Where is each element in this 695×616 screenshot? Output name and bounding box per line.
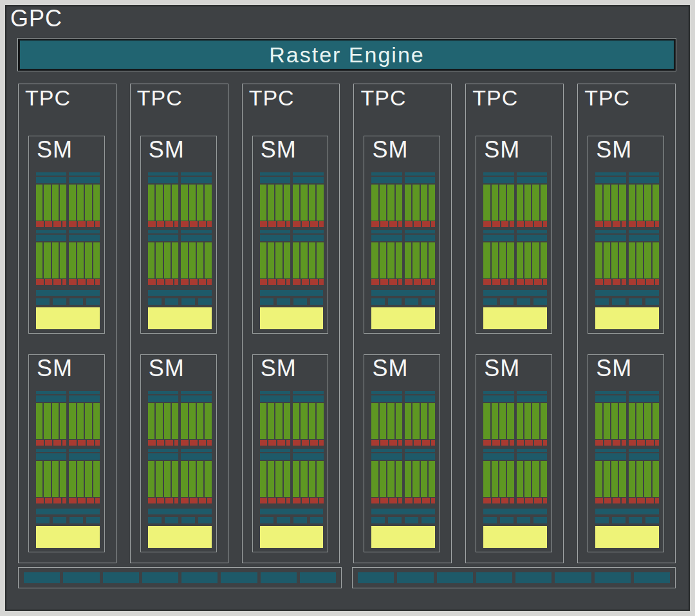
cuda-core-column [148, 185, 154, 221]
cuda-core-column [293, 242, 299, 278]
cuda-core-column [636, 461, 643, 497]
ldst-sfu-segment [36, 279, 44, 285]
dispatch-bar [69, 449, 99, 452]
core-array [148, 242, 178, 278]
warp-scheduler-bar [69, 453, 99, 460]
ldst-sfu-segment [95, 498, 99, 503]
raster-engine-bar: Raster Engine [18, 39, 676, 71]
memory-interface-segment [634, 572, 670, 583]
cuda-core-column [507, 185, 514, 221]
cuda-core-column [611, 461, 618, 497]
sm-block: SM [140, 354, 217, 552]
texture-unit-bar [629, 298, 642, 305]
ldst-sfu-segment [310, 440, 318, 446]
ldst-sfu-segment [190, 440, 198, 446]
cuda-core-column [52, 185, 59, 221]
cuda-core-column [483, 242, 490, 278]
memory-interface-box [352, 567, 676, 588]
ldst-sfu-segment [604, 440, 612, 446]
dispatch-bar [629, 391, 659, 394]
core-array [260, 242, 290, 278]
core-array [371, 403, 402, 439]
cuda-core-column [619, 185, 626, 221]
dispatch-bar [483, 172, 514, 176]
cuda-core-column [317, 403, 323, 439]
ldst-sfu-segment [260, 498, 268, 503]
ldst-sfu-row [595, 498, 626, 503]
cuda-core-column [275, 461, 282, 497]
ldst-sfu-segment [268, 440, 276, 446]
cuda-core-column [380, 461, 386, 497]
ldst-sfu-row [517, 498, 547, 503]
sm-block: SM [252, 136, 329, 334]
core-array [181, 403, 211, 439]
cuda-core-column [189, 242, 196, 278]
ldst-sfu-row [405, 221, 435, 227]
ldst-sfu-row [371, 279, 402, 285]
ldst-sfu-segment [517, 279, 524, 285]
ldst-sfu-segment [483, 221, 491, 227]
ldst-sfu-segment [87, 440, 95, 446]
cuda-core-column [636, 403, 643, 439]
warp-scheduler-bar [293, 395, 323, 402]
dispatch-bar [629, 172, 659, 176]
texture-unit-bar [148, 298, 162, 305]
cache-bar [260, 509, 324, 514]
sm-content [483, 172, 547, 329]
processing-block-row [483, 449, 547, 503]
texture-unit-bar [148, 517, 162, 523]
cuda-core-column [604, 185, 610, 221]
sm-content [36, 172, 100, 329]
ldst-sfu-row [69, 279, 99, 285]
warp-scheduler-bar [260, 395, 290, 402]
cuda-core-column [148, 242, 154, 278]
ldst-sfu-segment [78, 221, 86, 227]
cache-bar [595, 509, 659, 514]
cuda-core-column [52, 242, 59, 278]
processing-block [293, 449, 323, 503]
memory-interface-segment [437, 572, 473, 583]
dispatch-bar [69, 172, 99, 176]
core-array [36, 242, 66, 278]
sm-block: SM [252, 354, 329, 552]
cuda-core-column [205, 461, 211, 497]
ldst-sfu-segment [62, 221, 66, 227]
cuda-core-column [36, 403, 42, 439]
ldst-sfu-row [36, 221, 66, 227]
dispatch-bar [371, 230, 402, 233]
cuda-core-column [644, 461, 651, 497]
cuda-core-column [421, 185, 427, 221]
cuda-core-column [164, 461, 171, 497]
ldst-sfu-segment [199, 221, 207, 227]
warp-scheduler-bar [148, 395, 178, 402]
processing-block-row [148, 449, 212, 503]
memory-interface-segment [181, 572, 218, 583]
processing-block [371, 230, 402, 285]
cuda-core-column [275, 242, 282, 278]
cuda-core-column [93, 242, 100, 278]
dispatch-bar [629, 230, 659, 233]
processing-block [260, 230, 290, 285]
processing-block-row [148, 230, 212, 285]
tpc-block: TPCSMSM [465, 84, 564, 563]
ldst-sfu-segment [260, 221, 268, 227]
processing-block [69, 172, 99, 227]
ldst-sfu-segment [613, 498, 620, 503]
ldst-sfu-segment [174, 498, 178, 503]
cache-bar [36, 290, 100, 296]
texture-unit-bar [86, 298, 100, 305]
processing-block-row [36, 449, 100, 503]
warp-scheduler-bar [260, 177, 290, 183]
sm-block: SM [476, 136, 552, 334]
warp-scheduler-bar [595, 395, 626, 402]
ldst-sfu-segment [165, 440, 173, 446]
processing-block [371, 172, 402, 227]
ldst-sfu-segment [398, 279, 402, 285]
cuda-core-column [268, 185, 274, 221]
sm-content [260, 391, 324, 548]
sm-content [371, 391, 435, 548]
tpc-block: TPCSMSM [18, 84, 116, 563]
dispatch-bar [595, 391, 626, 394]
ldst-sfu-segment [422, 279, 430, 285]
core-array [36, 403, 66, 439]
